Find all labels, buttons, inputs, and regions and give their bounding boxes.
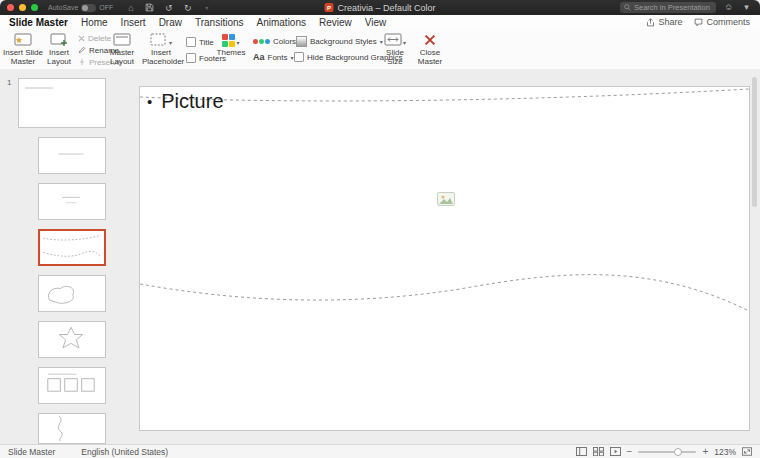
slide-thumbnail-master[interactable]	[18, 78, 106, 128]
footers-checkbox-box[interactable]	[186, 53, 196, 63]
account-icon[interactable]: ▾	[741, 2, 752, 13]
thumbnail-preview	[40, 231, 104, 264]
thumbnail-preview	[39, 368, 103, 401]
zoom-out-button[interactable]: −	[627, 446, 633, 457]
insert-slide-master-button[interactable]: Insert Slide Master	[2, 32, 44, 67]
tab-animations[interactable]: Animations	[257, 17, 306, 28]
minimize-window-button[interactable]	[19, 4, 26, 11]
themes-icon	[222, 34, 235, 47]
fit-slide-to-window-icon[interactable]	[742, 447, 752, 456]
vertical-scrollbar[interactable]	[752, 77, 757, 207]
themes-chevron-icon: ▾	[236, 40, 239, 47]
insert-layout-button[interactable]: Insert Layout	[44, 32, 74, 67]
save-icon[interactable]	[144, 2, 155, 13]
thumbnail-preview	[39, 138, 103, 171]
slide-master-layout-canvas[interactable]: • Picture	[139, 86, 750, 431]
home-icon[interactable]: ⌂	[125, 2, 136, 13]
slide-thumbnail-layout-2[interactable]	[38, 183, 106, 220]
autosave-label: AutoSave	[48, 4, 78, 11]
search-icon	[624, 4, 631, 11]
background-styles-dropdown[interactable]: Background Styles ▾	[296, 36, 383, 46]
thumbnail-preview	[39, 184, 103, 217]
ribbon-tab-bar: Slide Master Home Insert Draw Transition…	[0, 15, 760, 29]
thumbnail-preview	[19, 79, 105, 127]
titlebar: AutoSave OFF ⌂ ↺ ↻ ▾ P Creativia – Defau…	[0, 0, 760, 15]
slide-thumbnail-layout-1[interactable]	[38, 137, 106, 174]
title-checkbox[interactable]: Title	[186, 37, 214, 47]
slide-sorter-view-icon[interactable]	[593, 447, 604, 456]
close-master-button[interactable]: Close Master	[414, 32, 446, 67]
tab-draw[interactable]: Draw	[159, 17, 182, 28]
preserve-icon	[78, 58, 86, 66]
tab-transitions[interactable]: Transitions	[195, 17, 244, 28]
zoom-percentage[interactable]: 123%	[714, 447, 736, 457]
close-window-button[interactable]	[7, 4, 14, 11]
autosave-toggle[interactable]	[81, 4, 96, 12]
image-placeholder-icon[interactable]	[437, 192, 455, 206]
view-name-label: Slide Master	[8, 447, 55, 457]
fonts-dropdown[interactable]: Aa Fonts ▾	[253, 52, 294, 62]
picture-placeholder-title[interactable]: • Picture	[147, 90, 224, 113]
title-checkbox-box[interactable]	[186, 37, 196, 47]
tab-insert[interactable]: Insert	[121, 17, 146, 28]
zoom-slider-thumb[interactable]	[674, 448, 682, 456]
slide-thumbnail-layout-3-selected[interactable]	[38, 229, 106, 266]
slide-size-icon	[384, 33, 402, 47]
slide-thumbnail-layout-6[interactable]	[38, 367, 106, 404]
quick-access-chevron-icon[interactable]: ▾	[201, 2, 212, 13]
autosave-state: OFF	[99, 4, 113, 11]
close-master-icon	[414, 32, 446, 47]
slide-size-button[interactable]: ▾ Slide Size	[378, 32, 412, 67]
zoom-in-button[interactable]: +	[702, 446, 708, 457]
window-controls	[7, 4, 38, 11]
slide-thumbnail-layout-7[interactable]	[38, 413, 106, 444]
powerpoint-window: { "colors": { "selection_accent": "#cb4e…	[0, 0, 760, 458]
thumbnail-preview	[39, 414, 103, 441]
document-title-area: P Creativia – Default Color	[324, 0, 435, 15]
tab-review[interactable]: Review	[319, 17, 352, 28]
insert-slide-master-icon	[2, 32, 44, 47]
share-icon	[646, 18, 655, 27]
insert-placeholder-icon	[150, 33, 168, 47]
themes-button[interactable]: ▾ Themes	[215, 32, 247, 58]
rename-icon	[78, 46, 86, 54]
hide-background-graphics-checkbox-box[interactable]	[294, 52, 304, 62]
search-placeholder: Search in Presentation	[634, 3, 710, 12]
slide-thumbnail-layout-5[interactable]	[38, 321, 106, 358]
master-layout-button[interactable]: Master Layout	[104, 32, 140, 67]
share-button[interactable]: Share	[646, 17, 682, 27]
zoom-slider[interactable]	[638, 451, 696, 453]
slide-thumbnail-panel: 1	[0, 69, 110, 444]
search-input[interactable]: Search in Presentation	[620, 2, 716, 13]
slide-size-chevron-icon: ▾	[403, 40, 406, 47]
slide-thumbnail-layout-4[interactable]	[38, 275, 106, 312]
delete-icon	[78, 35, 85, 42]
thumbnail-preview	[39, 276, 103, 309]
comments-button[interactable]: Comments	[694, 17, 750, 27]
insert-placeholder-button[interactable]: ▾ Insert Placeholder	[142, 32, 180, 67]
background-styles-icon	[296, 36, 307, 47]
slide-editing-area: • Picture	[110, 69, 760, 444]
slide-master-ribbon: Insert Slide Master Insert Layout Delete…	[0, 29, 760, 70]
slideshow-view-icon[interactable]	[610, 447, 621, 456]
autosave-control[interactable]: AutoSave OFF	[48, 4, 113, 12]
feedback-smiley-icon[interactable]: ☺	[723, 2, 734, 13]
bullet-glyph: •	[147, 93, 152, 110]
colors-icon	[253, 39, 270, 44]
placeholder-title-text: Picture	[161, 90, 223, 113]
document-title: Creativia – Default Color	[337, 3, 435, 13]
tab-slide-master[interactable]: Slide Master	[9, 17, 68, 28]
redo-icon[interactable]: ↻	[182, 2, 193, 13]
decorative-dashed-curves	[140, 87, 749, 430]
undo-icon[interactable]: ↺	[163, 2, 174, 13]
status-bar: Slide Master English (United States) − +…	[0, 444, 760, 458]
thumbnail-preview	[39, 322, 103, 355]
normal-view-icon[interactable]	[576, 447, 587, 456]
zoom-window-button[interactable]	[31, 4, 38, 11]
tab-home[interactable]: Home	[81, 17, 108, 28]
colors-dropdown[interactable]: Colors ▾	[253, 36, 302, 46]
fonts-icon: Aa	[253, 52, 265, 62]
language-button[interactable]: English (United States)	[81, 447, 168, 457]
tab-view[interactable]: View	[365, 17, 387, 28]
insert-placeholder-chevron-icon: ▾	[169, 40, 172, 47]
